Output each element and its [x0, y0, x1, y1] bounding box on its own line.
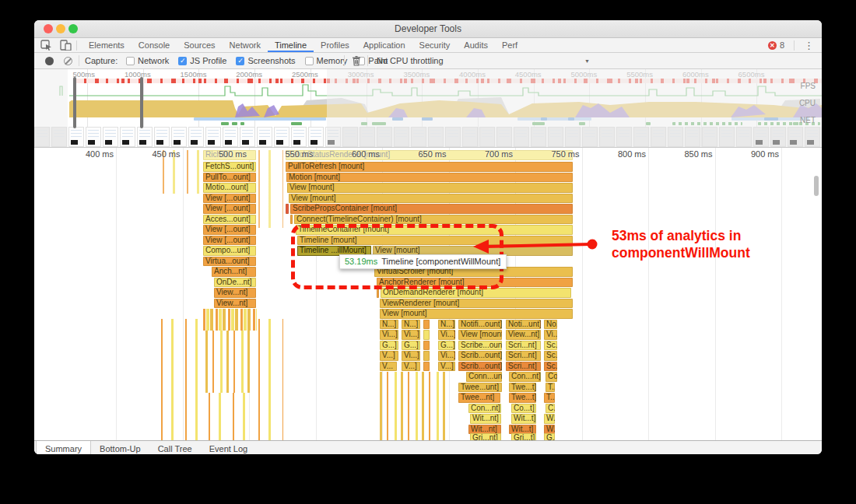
flame-bar[interactable]: Twe...t] — [509, 393, 536, 403]
flame-bar[interactable]: V... — [380, 362, 397, 372]
filmstrip-thumbnail[interactable] — [86, 127, 101, 147]
device-toolbar-icon[interactable] — [59, 40, 72, 51]
tab-network[interactable]: Network — [223, 39, 268, 52]
flame-bar[interactable]: FetchS...ount] — [203, 162, 256, 172]
flame-bar[interactable]: N...] — [438, 320, 455, 330]
flame-bar[interactable]: Connect(TimelineContainer) [mount] — [294, 215, 573, 225]
flame-bar[interactable]: Scribe...ount] — [458, 341, 502, 351]
flame-bar[interactable]: View [mount] — [287, 183, 573, 193]
flame-bar[interactable]: OnDe...nt] — [214, 278, 256, 288]
filmstrip-thumbnail[interactable] — [308, 127, 324, 147]
tab-security[interactable]: Security — [412, 39, 458, 52]
tab-timeline[interactable]: Timeline — [268, 39, 314, 52]
filmstrip-thumbnail[interactable] — [171, 127, 187, 147]
filmstrip-thumbnail[interactable] — [137, 127, 153, 147]
flame-bar[interactable]: View...nt] — [214, 299, 256, 309]
bottom-tab-call-tree[interactable]: Call Tree — [149, 441, 201, 454]
flame-bar[interactable] — [423, 330, 430, 340]
error-badge-icon[interactable]: ✕ — [768, 41, 777, 50]
flame-bar[interactable]: T...] — [544, 393, 555, 403]
flame-bar[interactable] — [423, 341, 430, 351]
flame-bar[interactable]: Scri...nt] — [506, 351, 541, 361]
bottom-tab-bottom-up[interactable]: Bottom-Up — [91, 441, 149, 454]
flame-bar[interactable]: View [mount] — [289, 194, 573, 204]
flame-bar[interactable]: N...] — [402, 320, 420, 330]
flame-bar[interactable] — [423, 320, 430, 330]
flame-bar[interactable]: Scri...nt] — [506, 362, 541, 372]
checkbox-unchecked-icon[interactable] — [126, 57, 135, 65]
flame-bar[interactable]: Twee...nt] — [458, 393, 500, 403]
flame-chart[interactable]: 400 ms450 ms500 ms550 ms600 ms650 ms700 … — [34, 148, 822, 440]
flame-bar[interactable]: V...] — [438, 362, 455, 372]
flame-bar[interactable]: Vi...] — [380, 330, 398, 340]
flame-bar[interactable]: View [mount] — [458, 330, 502, 340]
capture-checkbox-js-profile[interactable]: ✓JS Profile — [178, 56, 226, 65]
flame-bar[interactable]: Virtua...ount] — [203, 257, 256, 267]
chevron-down-icon[interactable]: ▼ — [584, 53, 590, 68]
flame-bar[interactable]: View [...ount] — [203, 236, 256, 246]
flame-bar[interactable]: Motio...ount] — [203, 183, 256, 193]
tab-profiles[interactable]: Profiles — [314, 39, 356, 52]
filmstrip-thumbnail[interactable] — [240, 127, 255, 147]
flame-bar[interactable]: Sc...t] — [544, 351, 557, 361]
flame-bar[interactable]: View...nt] — [506, 330, 541, 340]
record-button[interactable] — [45, 57, 54, 65]
flame-bar[interactable]: PullToRefresh [mount] — [286, 162, 573, 172]
flame-bar[interactable]: Acces...ount] — [203, 215, 256, 225]
flame-bar[interactable]: Wit...t] — [511, 414, 536, 424]
flame-bar[interactable]: Twee...unt] — [458, 383, 502, 393]
flame-bar[interactable]: V...] — [402, 362, 420, 372]
flame-bar[interactable]: Vi...] — [402, 330, 420, 340]
flame-bar[interactable]: V...] — [380, 351, 398, 361]
flame-bar[interactable]: G...] — [438, 341, 455, 351]
flame-bar[interactable]: Sc...t] — [544, 362, 557, 372]
flame-bar[interactable]: Scrib...ount] — [458, 351, 502, 361]
timeline-overview[interactable]: 500ms1000ms1500ms2000ms2500ms3000ms3500m… — [34, 69, 822, 148]
capture-checkbox-network[interactable]: Network — [126, 56, 169, 65]
flame-bar[interactable]: View [...ount] — [203, 194, 256, 204]
flame-bar[interactable]: Anch...nt] — [212, 267, 256, 277]
flame-bar[interactable]: Vi...t] — [544, 330, 557, 340]
flame-bar[interactable]: Vi...] — [438, 330, 455, 340]
flame-bar[interactable]: PullTo...ount] — [203, 173, 256, 183]
selection-handle-right[interactable] — [140, 77, 143, 128]
flame-bar[interactable]: ViewRenderer [mount] — [380, 299, 573, 309]
flame-bar[interactable]: ScribePropsContainer [mount] — [290, 204, 573, 214]
tab-perf[interactable]: Perf — [495, 39, 524, 52]
flame-bar[interactable]: Co...] — [546, 372, 557, 382]
selection-handle-left[interactable] — [73, 77, 76, 128]
bottom-tab-event-log[interactable]: Event Log — [201, 441, 257, 454]
flame-bar[interactable]: No...] — [544, 320, 557, 330]
capture-checkbox-memory[interactable]: Memory — [305, 56, 348, 65]
flame-bar[interactable]: Gri...nt] — [470, 433, 501, 440]
filmstrip-thumbnail[interactable] — [154, 127, 170, 147]
flame-bar[interactable]: G...] — [402, 341, 420, 351]
cpu-throttling-select[interactable]: No CPU throttling — [377, 53, 444, 68]
flame-bar[interactable]: Scri...nt] — [506, 341, 541, 351]
flame-bar[interactable]: Compo...unt] — [203, 246, 256, 256]
inspect-element-icon[interactable] — [40, 40, 53, 51]
flame-bar[interactable]: Vi...] — [402, 351, 420, 361]
tab-sources[interactable]: Sources — [177, 39, 222, 52]
flame-bar[interactable]: Conn...unt] — [466, 372, 502, 382]
checkbox-checked-icon[interactable]: ✓ — [178, 57, 187, 65]
filmstrip-thumbnail[interactable] — [257, 127, 272, 147]
filmstrip-thumbnail[interactable] — [103, 127, 118, 147]
tab-application[interactable]: Application — [356, 39, 412, 52]
bottom-tab-summary[interactable]: Summary — [36, 441, 91, 454]
more-options-icon[interactable]: ⋮ — [804, 40, 814, 51]
flame-bar[interactable]: Motion [mount] — [286, 173, 573, 183]
flame-bar[interactable]: Sc...t] — [544, 341, 557, 351]
flame-bar[interactable]: W...] — [544, 414, 555, 424]
flame-bar[interactable]: View...nt] — [214, 288, 256, 298]
flame-bar[interactable]: Noti...unt] — [506, 320, 541, 330]
checkbox-checked-icon[interactable]: ✓ — [236, 57, 244, 65]
flame-bar[interactable]: Con...nt] — [468, 404, 501, 414]
filmstrip-thumbnail[interactable] — [68, 127, 84, 147]
flame-bar[interactable] — [423, 351, 430, 361]
flame-bar[interactable]: View [...ount] — [203, 204, 256, 214]
tab-audits[interactable]: Audits — [457, 39, 495, 52]
filmstrip-thumbnail[interactable] — [291, 127, 307, 147]
flame-bar[interactable]: Twe...t] — [509, 383, 536, 393]
flame-bar[interactable] — [423, 362, 430, 372]
